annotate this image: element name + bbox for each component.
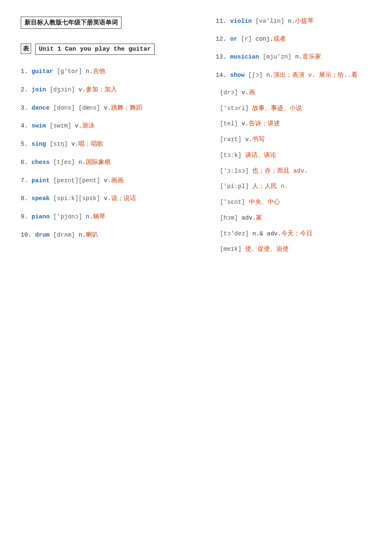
vocab-phonetic: [dʒɔin]	[50, 86, 75, 93]
vocab-phonetic: [r]	[241, 36, 252, 42]
vocab-pos: conj.	[256, 36, 274, 42]
sub-meaning: 今天；今日	[281, 230, 312, 237]
vocab-phonetic: ['pjɑnɔ]	[53, 213, 82, 220]
sub-meaning: 中央、中心	[249, 199, 280, 205]
vocab-word: violin	[230, 18, 252, 24]
sub-pos: v.	[241, 89, 248, 96]
table-char: 表	[21, 44, 31, 54]
sub-pos: adv.	[241, 215, 256, 221]
vocab-word: or	[230, 36, 237, 42]
vocab-pos: v.	[78, 86, 85, 93]
sub-phonetic: ['sɛnt]	[220, 199, 245, 205]
sub-phonetic: ['stɔri]	[220, 105, 249, 112]
vocab-pos: n.	[288, 18, 295, 24]
right-column: 11. violin [va'lɪn] n.小提琴12. or [r] conj…	[212, 17, 371, 261]
sub-phonetic: [hɔm]	[220, 215, 238, 221]
vocab-phonetic: [dɑns] [dæns]	[53, 105, 100, 111]
vocab-word: sing	[32, 141, 46, 147]
vocab-pos: v.	[104, 105, 111, 111]
right-vocab-item: 13. musician [mju'zn] n.音乐家	[216, 52, 371, 62]
vocab-phonetic: [sɪŋ]	[50, 141, 68, 147]
vocab-num: 13.	[216, 54, 226, 60]
page-container: 新目标人教版七年级下册英语单词 表 Unit 1 Can you play th…	[21, 17, 371, 261]
right-sub-item: [tɔːk] 谈话、谈论	[216, 151, 371, 160]
vocab-meaning: 游泳	[82, 122, 95, 129]
vocab-meaning: 喇叭	[86, 232, 98, 238]
right-sub-item: [tɔ'deɪ] n.& adv.今天；今日	[216, 230, 371, 239]
vocab-phonetic: [peɪnt][pent]	[53, 177, 100, 184]
left-vocab-list: 1. guitar [g'tɑr] n.吉他2. join [dʒɔin] v.…	[21, 67, 203, 240]
vocab-phonetic: [swɪm]	[50, 122, 71, 129]
vocab-word: join	[32, 86, 46, 93]
vocab-meaning: 画画	[111, 177, 124, 184]
vocab-num: 3.	[21, 105, 28, 111]
vocab-num: 10.	[21, 232, 32, 238]
vocab-meaning: 跳舞；舞蹈	[111, 105, 142, 111]
left-column: 新目标人教版七年级下册英语单词 表 Unit 1 Can you play th…	[21, 17, 212, 261]
vocab-num: 4.	[21, 122, 28, 129]
sub-phonetic: [raɪt]	[220, 136, 241, 143]
sub-meaning: 画	[249, 89, 255, 96]
vocab-pos: n.	[266, 72, 273, 78]
vocab-pos: v.	[71, 141, 78, 147]
sub-meaning: 也；亦；而且 adv.	[252, 168, 308, 174]
left-vocab-item: 9. piano ['pjɑnɔ] n.钢琴	[21, 213, 203, 222]
vocab-num: 2.	[21, 86, 28, 93]
vocab-num: 11.	[216, 18, 226, 24]
vocab-pos: v.	[104, 195, 111, 202]
vocab-meaning: 或者	[273, 36, 286, 42]
vocab-meaning: 演出；表演 v. 展示；给..看	[273, 72, 357, 78]
left-vocab-item: 7. paint [peɪnt][pent] v.画画	[21, 176, 203, 186]
right-sub-item: [meɪk] 使、促使、迫使	[216, 245, 371, 254]
right-sub-item: [tel] v.告诉；讲述	[216, 120, 371, 129]
vocab-phonetic: [mju'zn]	[263, 54, 292, 60]
left-vocab-item: 1. guitar [g'tɑr] n.吉他	[21, 67, 203, 76]
right-sub-item: ['stɔri] 故事、事迹、小说	[216, 104, 371, 113]
right-vocab-list: 11. violin [va'lɪn] n.小提琴12. or [r] conj…	[216, 17, 371, 254]
vocab-num: 9.	[21, 213, 28, 220]
sub-pos: v.	[245, 136, 252, 143]
vocab-num: 14.	[216, 72, 226, 78]
vocab-phonetic: [spiːk][spɪk]	[53, 195, 100, 202]
left-vocab-item: 3. dance [dɑns] [dæns] v.跳舞；舞蹈	[21, 104, 203, 113]
vocab-meaning: 小提琴	[295, 18, 314, 24]
vocab-word: piano	[32, 213, 50, 220]
sub-meaning: 家	[256, 215, 262, 221]
right-sub-item: ['piːpl] 人；人民 n.	[216, 182, 371, 191]
vocab-phonetic: [ʃɔ]	[248, 72, 263, 78]
vocab-meaning: 音乐家	[302, 54, 321, 60]
right-sub-item: [hɔm] adv.家	[216, 214, 371, 223]
vocab-word: drum	[35, 232, 50, 238]
vocab-num: 1.	[21, 68, 28, 75]
left-vocab-item: 6. chess [tʃes] n.国际象棋	[21, 158, 203, 167]
right-vocab-item: 12. or [r] conj.或者	[216, 34, 371, 44]
right-vocab-item: 11. violin [va'lɪn] n.小提琴	[216, 17, 371, 26]
main-title: 新目标人教版七年级下册英语单词	[21, 17, 122, 29]
left-vocab-item: 5. sing [sɪŋ] v.唱；唱歌	[21, 140, 203, 149]
sub-meaning: 书写	[252, 136, 265, 143]
vocab-pos: v.	[75, 122, 82, 129]
right-vocab-item: 14. show [ʃɔ] n.演出；表演 v. 展示；给..看	[216, 71, 371, 80]
sub-phonetic: [tɔ'deɪ]	[220, 230, 249, 237]
vocab-word: show	[230, 72, 245, 78]
vocab-meaning: 钢琴	[93, 213, 105, 220]
vocab-phonetic: [va'lɪn]	[256, 18, 285, 24]
sub-meaning: 使、促使、迫使	[245, 246, 289, 252]
sub-meaning: 人；人民 n.	[252, 183, 288, 190]
left-vocab-item: 2. join [dʒɔin] v.参加；加入	[21, 86, 203, 95]
unit-title: Unit 1 Can you play the guitar	[35, 44, 155, 55]
vocab-word: chess	[32, 159, 50, 166]
vocab-meaning: 吉他	[93, 68, 105, 75]
left-vocab-item: 4. swim [swɪm] v.游泳	[21, 122, 203, 131]
vocab-word: musician	[230, 54, 259, 60]
sub-phonetic: [tɔːk]	[220, 152, 241, 159]
left-vocab-item: 8. speak [spiːk][spɪk] v.说；说话	[21, 194, 203, 203]
sub-phonetic: ['ɔːlsɔ]	[220, 168, 249, 174]
vocab-meaning: 说；说话	[111, 195, 136, 202]
vocab-word: swim	[32, 122, 46, 129]
vocab-word: dance	[32, 105, 50, 111]
sub-pos: v.	[241, 120, 248, 127]
vocab-phonetic: [drʌm]	[53, 232, 75, 238]
sub-pos: n.& adv.	[252, 230, 281, 237]
right-sub-item: ['sɛnt] 中央、中心	[216, 198, 371, 207]
